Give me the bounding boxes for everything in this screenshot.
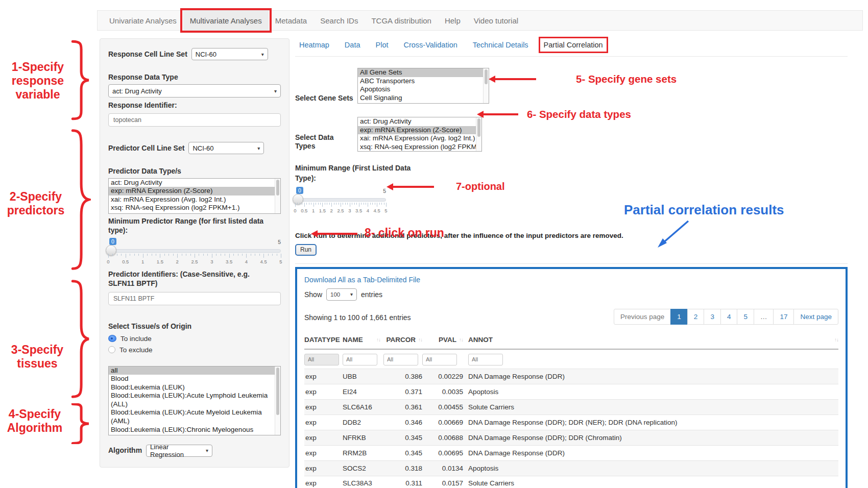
slider-tick-label: 0.5 [122, 259, 129, 264]
option-act-drug-activity[interactable]: act: Drug Activity [358, 117, 481, 126]
table-row[interactable]: expEI240.3710.0035Apoptosis [304, 384, 838, 399]
tab-technical-details[interactable]: Technical Details [473, 41, 528, 49]
response-data-type-select[interactable]: act: Drug Activity ▾ [108, 84, 281, 97]
tab-partial-correlation[interactable]: Partial Correlation [544, 41, 603, 49]
tab-cross-validation[interactable]: Cross-Validation [403, 41, 457, 49]
sort-icon[interactable]: ↑↓ [418, 337, 422, 343]
option-xsq-rna-seq-expression-log2-fpkm-1[interactable]: xsq: RNA-seq Expression (log2 FPKM+1.) [358, 143, 481, 152]
nav-item-tcga-distribution[interactable]: TCGA distribution [365, 11, 438, 30]
radio-to-include[interactable] [108, 335, 116, 342]
nav-item-help[interactable]: Help [438, 11, 467, 30]
download-all-link[interactable]: Download All as a Tab-Delimited File [304, 276, 420, 284]
filter-input-datatype[interactable] [304, 354, 339, 365]
table-row[interactable]: expRRM2B0.3450.00695DNA Damage Response … [304, 445, 838, 460]
slider-tick [246, 254, 247, 258]
page-17-button[interactable]: 17 [773, 309, 794, 325]
scrollbar[interactable] [275, 367, 280, 435]
option-xai-mrna-expression-avg-log2-int[interactable]: xai: mRNA Expression (Avg. log2 Int.) [358, 134, 481, 143]
page-3-button[interactable]: 3 [704, 309, 721, 325]
gene-sets-listbox[interactable]: All Gene SetsABC TransportersApoptosisCe… [357, 68, 489, 104]
page-next-button[interactable]: Next page [793, 309, 838, 325]
scrollbar-thumb[interactable] [485, 69, 488, 84]
page-2-button[interactable]: 2 [687, 309, 705, 325]
scrollbar-thumb[interactable] [477, 118, 480, 137]
table-row[interactable]: expDDB20.3460.00669DNA Damage Response (… [304, 414, 838, 430]
option-xsq-rna-seq-expression-log2-fpkm-1[interactable]: xsq: RNA-seq Expression (log2 FPKM+1.) [109, 204, 280, 212]
data-types-listbox[interactable]: act: Drug Activityexp: mRNA Expression (… [357, 117, 482, 152]
slider-tick-label: 5 [384, 208, 387, 213]
nav-item-metadata[interactable]: Metadata [269, 11, 314, 30]
nav-item-univariate-analyses[interactable]: Univariate Analyses [103, 11, 183, 30]
show-entries-select[interactable]: 100 ▾ [326, 288, 357, 301]
table-row[interactable]: expSLC6A160.3610.00455Solute Carriers [304, 399, 838, 414]
option-all[interactable]: all [109, 367, 280, 375]
response-identifier-input[interactable] [108, 113, 281, 127]
response-cell-line-set-select[interactable]: NCI-60 ▾ [191, 48, 268, 60]
table-row[interactable]: expSOCS20.3180.0134Apoptosis [304, 460, 838, 476]
scrollbar-thumb[interactable] [276, 368, 279, 416]
scrollbar[interactable] [483, 68, 489, 103]
table-row[interactable]: expNFRKB0.3450.00688DNA Damage Response … [304, 430, 838, 445]
sort-icon[interactable]: ↑↓ [834, 337, 838, 343]
tissue-listbox[interactable]: allBloodBlood:Leukemia (LEUK)Blood:Leuke… [108, 366, 281, 435]
slider-value-badge[interactable]: 0 [296, 187, 303, 194]
tab-data[interactable]: Data [345, 41, 360, 49]
nav-item-search-ids[interactable]: Search IDs [314, 11, 365, 30]
option-act-drug-activity[interactable]: act: Drug Activity [109, 179, 280, 187]
min-predictor-range-slider[interactable]: 0500.511.522.533.544.55 [108, 238, 281, 264]
option-blood-leukemia-leuk-chronic-myelogenous-leukemia-cml[interactable]: Blood:Leukemia (LEUK):Chronic Myelogenou… [109, 426, 280, 435]
run-button[interactable]: Run [295, 244, 317, 256]
nav-item-multivariate-analyses[interactable]: Multivariate Analyses [183, 11, 269, 30]
scrollbar[interactable] [275, 179, 280, 213]
tab-heatmap[interactable]: Heatmap [299, 41, 329, 49]
column-header-parcor[interactable]: PARCOR↑↓ [383, 336, 422, 344]
page-4-button[interactable]: 4 [720, 309, 738, 325]
min-range-slider[interactable]: 0500.511.522.533.544.55 [295, 187, 386, 213]
page-1-button[interactable]: 1 [670, 309, 688, 325]
option-blood-leukemia-leuk-acute-lymphoid-leukemia-all[interactable]: Blood:Leukemia (LEUK):Acute Lymphoid Leu… [109, 392, 280, 408]
predictor-data-types-listbox[interactable]: act: Drug Activityexp: mRNA Expression (… [108, 178, 281, 214]
option-blood-leukemia-leuk[interactable]: Blood:Leukemia (LEUK) [109, 383, 280, 392]
cell-parcor: 0.386 [383, 373, 422, 380]
option-cell-signaling[interactable]: Cell Signaling [358, 94, 489, 103]
radio-to-exclude[interactable] [108, 346, 115, 353]
column-header-name[interactable]: NAME↑↓ [343, 336, 383, 344]
algorithm-select[interactable]: Linear Regression ▾ [146, 445, 212, 457]
option-apoptosis[interactable]: Apoptosis [358, 85, 489, 94]
chevron-down-icon: ▾ [350, 291, 353, 297]
slider-track[interactable] [108, 249, 281, 253]
option-all-gene-sets[interactable]: All Gene Sets [358, 68, 489, 77]
option-blood[interactable]: Blood [109, 375, 280, 383]
sort-icon[interactable]: ↑↓ [459, 337, 463, 343]
slider-value-badge[interactable]: 0 [109, 238, 116, 245]
predictor-cell-line-set-select[interactable]: NCI-60 ▾ [188, 142, 264, 154]
scrollbar-thumb[interactable] [276, 180, 279, 196]
option-blood-leukemia-leuk-acute-myeloid-leukemia-aml[interactable]: Blood:Leukemia (LEUK):Acute Myeloid Leuk… [109, 408, 280, 425]
option-xai-mrna-expression-avg-log2-int[interactable]: xai: mRNA Expression (Avg. log2 Int.) [109, 196, 280, 204]
slider-track[interactable] [295, 198, 386, 202]
predictor-identifiers-input[interactable] [108, 292, 281, 305]
filter-input-name[interactable] [343, 354, 377, 365]
column-header-annot[interactable]: ANNOT↑↓ [463, 336, 838, 344]
filter-input-pval[interactable] [422, 354, 457, 365]
cell-parcor: 0.345 [383, 434, 422, 442]
slider-tick [334, 203, 334, 205]
column-header-pval[interactable]: PVAL↑↓ [422, 336, 463, 344]
column-header-datatype[interactable]: DATATYPE↑↓ [304, 336, 343, 344]
option-abc-transporters[interactable]: ABC Transporters [358, 77, 489, 86]
table-row[interactable]: expSLC38A30.3110.0157Solute Carriers [304, 476, 838, 488]
option-exp-mrna-expression-z-score[interactable]: exp: mRNA Expression (Z-Score) [109, 187, 280, 196]
tab-plot[interactable]: Plot [375, 41, 388, 49]
filter-input-annot[interactable] [468, 354, 503, 365]
page-previous-button[interactable]: Previous page [614, 309, 671, 325]
column-label: DATATYPE [304, 336, 340, 344]
filter-input-parcor[interactable] [383, 354, 418, 365]
slider-tick [316, 203, 316, 205]
table-row[interactable]: expUBB0.3860.00229DNA Damage Response (D… [304, 369, 838, 384]
option-exp-mrna-expression-z-score[interactable]: exp: mRNA Expression (Z-Score) [358, 126, 481, 135]
sort-icon[interactable]: ↑↓ [376, 337, 380, 343]
page-5-button[interactable]: 5 [737, 309, 754, 325]
nav-item-video-tutorial[interactable]: Video tutorial [467, 11, 525, 30]
page-ellipsis: … [754, 309, 774, 325]
scrollbar[interactable] [476, 117, 481, 151]
